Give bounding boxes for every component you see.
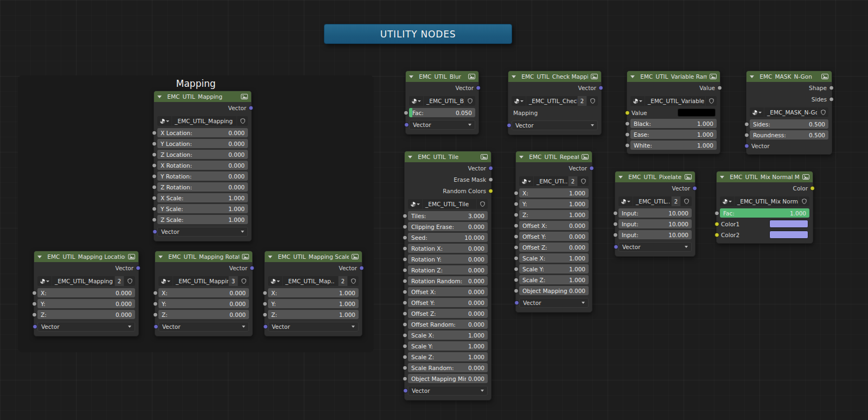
fake-user-shield-button[interactable]	[587, 96, 598, 106]
value-input-socket[interactable]	[32, 290, 37, 295]
number-field[interactable]: Scale Y:1.000	[408, 341, 488, 351]
vector-mode-dropdown[interactable]: Vector	[158, 322, 249, 332]
vector-output-socket[interactable]	[250, 266, 254, 271]
value-input-socket[interactable]	[403, 322, 407, 327]
value-input-socket[interactable]	[514, 256, 519, 260]
collapse-icon[interactable]	[408, 156, 412, 158]
value-input-socket[interactable]	[403, 235, 407, 240]
node-blur[interactable]: _EMC_UTIL_BlurVector_EMC_UTIL_BlurFac:0.…	[405, 71, 479, 135]
number-field[interactable]: Scale Y:1.000	[519, 264, 589, 273]
datablock-name-field[interactable]: _EMC_UTIL_Variable Ra..	[645, 96, 705, 106]
value-input-socket[interactable]	[403, 333, 407, 338]
vector-input-socket[interactable]	[744, 144, 749, 149]
vector-output-socket[interactable]	[136, 266, 141, 271]
node-maprot[interactable]: _EMC_UTIL_Mapping RotationVector_EMC_UTI…	[155, 251, 253, 336]
collapse-icon[interactable]	[37, 256, 42, 258]
number-field[interactable]: Seed:10.000	[408, 233, 488, 242]
fake-user-shield-button[interactable]	[578, 176, 589, 186]
number-field[interactable]: Scale Random:0.000	[408, 363, 488, 372]
vector-output-socket[interactable]	[359, 266, 364, 271]
browse-datablock-button[interactable]	[630, 96, 644, 106]
datablock-name-field[interactable]: _EMC_UTIL_Blur	[424, 96, 464, 106]
vector-input-socket[interactable]	[263, 324, 268, 329]
number-field[interactable]: White:1.000	[630, 141, 717, 150]
node-header[interactable]: _EMC_UTIL_Repeat	[516, 151, 592, 162]
color-input-socket[interactable]	[625, 110, 630, 115]
vector-input-socket[interactable]	[403, 389, 408, 393]
number-field[interactable]: X Location:0.000	[157, 128, 248, 137]
collapse-icon[interactable]	[618, 176, 623, 179]
node-check[interactable]: _EMC_UTIL_Check MappingVector_EMC_UTIL_C…	[508, 71, 602, 135]
value-input-socket[interactable]	[152, 130, 157, 135]
number-field[interactable]: X Scale:1.000	[157, 193, 248, 202]
value-input-socket[interactable]	[514, 190, 519, 195]
value-input-socket[interactable]	[744, 132, 749, 137]
vector-input-socket[interactable]	[514, 301, 519, 306]
vector-mode-dropdown[interactable]: Vector	[409, 120, 475, 130]
vector-mode-dropdown[interactable]: Vector	[268, 322, 359, 332]
value-input-socket[interactable]	[403, 365, 407, 370]
number-field[interactable]: Rotation X:0.000	[408, 244, 488, 253]
number-field[interactable]: Sides:0.500	[750, 119, 828, 129]
number-field[interactable]: Z Location:0.000	[157, 150, 248, 159]
number-field[interactable]: Rotation Z:0.000	[408, 265, 488, 275]
color-swatch[interactable]	[769, 220, 808, 228]
browse-datablock-button[interactable]	[408, 199, 422, 209]
user-count-badge[interactable]: 2	[578, 96, 586, 106]
vector-mode-dropdown[interactable]: Vector	[408, 386, 488, 396]
value-input-socket[interactable]	[152, 152, 157, 157]
collapse-icon[interactable]	[720, 176, 724, 179]
value-input-socket[interactable]	[403, 278, 407, 283]
value-input-socket[interactable]	[514, 234, 519, 239]
value-input-socket[interactable]	[403, 376, 407, 381]
number-field[interactable]: Scale X:1.000	[519, 253, 589, 263]
number-field[interactable]: X Rotation:0.000	[157, 161, 248, 170]
number-field[interactable]: Black:1.000	[630, 119, 717, 128]
number-field[interactable]: Z Scale:1.000	[157, 215, 248, 224]
node-header[interactable]: _EMC_UTIL_Tile	[405, 151, 491, 162]
vector-output-socket[interactable]	[598, 86, 603, 91]
fake-user-shield-button[interactable]	[348, 276, 359, 286]
datablock-name-field[interactable]: _EMC_UTIL_Check ..	[526, 96, 577, 106]
datablock-name-field[interactable]: _EMC_UTIL_Map..	[283, 276, 338, 286]
datablock-name-field[interactable]: _EMC_UTIL_Tile	[423, 199, 476, 209]
collapse-icon[interactable]	[630, 75, 635, 78]
datablock-name-field[interactable]: _EMC_UTIL..	[633, 196, 671, 206]
value-output-socket[interactable]	[829, 97, 834, 102]
number-field[interactable]: Offset Y:0.000	[408, 298, 488, 307]
node-header[interactable]: _EMC_UTIL_Mix Normal Map	[717, 171, 813, 182]
value-output-socket[interactable]	[488, 177, 493, 182]
datablock-name-field[interactable]: _EMC_MASK_N-Gon	[764, 107, 817, 117]
node-tile[interactable]: _EMC_UTIL_TileVectorErase MaskRandom Col…	[404, 151, 492, 400]
value-input-socket[interactable]	[514, 288, 519, 293]
value-input-socket[interactable]	[403, 354, 407, 359]
node-header[interactable]: _EMC_UTIL_Pixelate	[615, 171, 695, 182]
number-field[interactable]: Offset Z:0.000	[408, 309, 488, 318]
vector-output-socket[interactable]	[476, 86, 481, 91]
collapse-icon[interactable]	[268, 256, 272, 258]
number-field[interactable]: Object Mapping Mi:0.000	[519, 286, 589, 295]
number-field[interactable]: Input:10.000	[618, 230, 692, 239]
color-swatch[interactable]	[769, 231, 808, 239]
number-field[interactable]: Z:0.000	[37, 310, 135, 319]
value-input-socket[interactable]	[153, 301, 158, 306]
number-field[interactable]: Y:1.000	[519, 199, 589, 208]
collapse-icon[interactable]	[519, 156, 524, 158]
number-field[interactable]: Y Rotation:0.000	[157, 171, 248, 181]
browse-datablock-button[interactable]	[519, 176, 533, 186]
value-input-socket[interactable]	[613, 211, 618, 215]
collapse-icon[interactable]	[750, 75, 754, 78]
vector-input-socket[interactable]	[154, 324, 158, 329]
value-input-socket[interactable]	[514, 266, 519, 271]
node-header[interactable]: _EMC_UTIL_Mapping Scale	[265, 251, 362, 262]
vector-input-socket[interactable]	[33, 324, 37, 329]
vector-input-socket[interactable]	[152, 230, 157, 234]
browse-datablock-button[interactable]	[512, 96, 526, 106]
value-input-socket[interactable]	[403, 300, 407, 305]
fake-user-shield-button[interactable]	[799, 196, 809, 206]
value-input-socket[interactable]	[403, 224, 407, 229]
vector-output-socket[interactable]	[692, 186, 697, 191]
datablock-name-field[interactable]: _EMC_UTIL_Mix Normal ..	[735, 196, 798, 206]
number-field[interactable]: Offset Y:0.000	[519, 232, 589, 241]
value-input-socket[interactable]	[153, 312, 158, 317]
